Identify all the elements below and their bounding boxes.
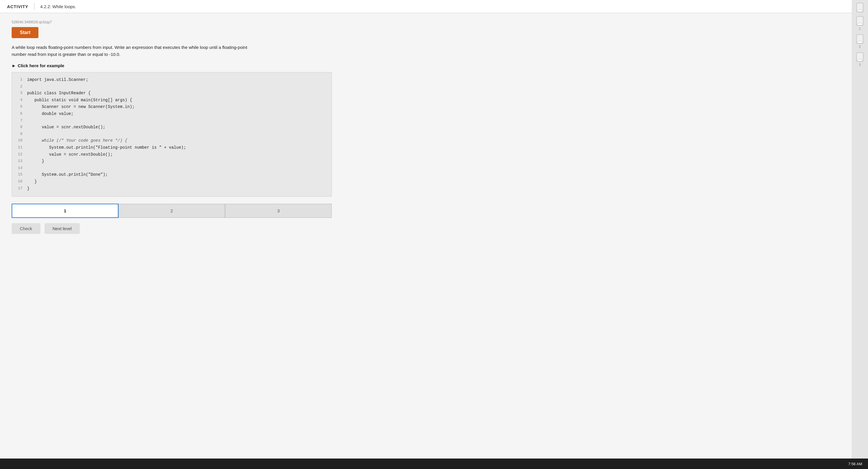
line-code: public static void main(String[] args) {: [27, 97, 132, 104]
line-number: 3: [18, 90, 27, 97]
tabs-row: 123: [12, 204, 332, 218]
description-line2: number read from input is greater than o…: [12, 52, 121, 57]
line-code: }: [27, 185, 29, 192]
code-line: 12 value = scnr.nextDouble();: [18, 151, 326, 158]
line-code: }: [27, 158, 44, 165]
example-toggle[interactable]: ► Click here for example: [12, 63, 840, 68]
code-line: 11 System.out.println("Floating-point nu…: [18, 144, 326, 151]
code-line: 4 public static void main(String[] args)…: [18, 97, 326, 104]
line-number: 14: [18, 165, 27, 171]
code-line: 9: [18, 131, 326, 137]
bookmark-icon-1: [856, 16, 863, 26]
bookmark-icon-2: [856, 34, 863, 44]
line-number: 11: [18, 144, 27, 151]
code-line: 17}: [18, 185, 326, 192]
line-number: 9: [18, 131, 27, 137]
toggle-arrow: ►: [12, 63, 16, 68]
code-line: 6 double value;: [18, 110, 326, 118]
line-number: 8: [18, 124, 27, 131]
activity-id: 528040.3489528.qx3zqy7: [12, 20, 840, 24]
check-button[interactable]: Check: [12, 223, 40, 234]
start-button[interactable]: Start: [12, 27, 38, 38]
line-code: double value;: [27, 110, 74, 118]
bookmark-label-3: 3: [859, 63, 861, 66]
line-number: 2: [18, 83, 27, 90]
code-line: 14: [18, 165, 326, 171]
line-code: }: [27, 178, 37, 185]
line-code: value = scnr.nextDouble();: [27, 124, 105, 131]
bookmark-icon: [856, 3, 863, 12]
bookmark-label-1: 1: [859, 27, 861, 30]
next-level-button[interactable]: Next level: [44, 223, 80, 234]
toggle-label: Click here for example: [18, 63, 64, 68]
line-number: 15: [18, 171, 27, 178]
line-code: import java.util.Scanner;: [27, 76, 88, 83]
bookmark-icon-3: [856, 53, 863, 62]
bookmark-2[interactable]: 2: [856, 34, 863, 48]
activity-label: ACTIVITY: [7, 4, 28, 9]
code-line: 3public class InputReader {: [18, 90, 326, 97]
line-number: 7: [18, 118, 27, 124]
bookmark-top[interactable]: [856, 3, 863, 12]
action-row: Check Next level: [12, 223, 840, 234]
tab-item-3[interactable]: 3: [225, 204, 332, 218]
tab-item-2[interactable]: 2: [119, 204, 225, 218]
header-bar: ACTIVITY 4.2.2: While loops.: [0, 0, 852, 13]
code-line: 5 Scanner scnr = new Scanner(System.in);: [18, 104, 326, 110]
code-block: 1import java.util.Scanner;23public class…: [12, 72, 332, 197]
code-line: 2: [18, 83, 326, 90]
content-panel: 528040.3489528.qx3zqy7 Start A while loo…: [0, 13, 852, 469]
line-number: 6: [18, 110, 27, 118]
right-sidebar: 1 2 3: [852, 0, 868, 469]
line-code: System.out.println("Done");: [27, 171, 108, 178]
tab-item-1[interactable]: 1: [12, 204, 119, 218]
taskbar-time: 7:56 AM: [848, 462, 862, 466]
code-line: 13 }: [18, 158, 326, 165]
description-line1: A while loop reads floating-point number…: [12, 45, 247, 50]
line-number: 16: [18, 178, 27, 185]
line-number: 5: [18, 104, 27, 110]
line-code: Scanner scnr = new Scanner(System.in);: [27, 104, 135, 110]
description: A while loop reads floating-point number…: [12, 44, 332, 58]
bookmark-3[interactable]: 3: [856, 53, 863, 66]
line-number: 13: [18, 158, 27, 165]
code-line: 15 System.out.println("Done");: [18, 171, 326, 178]
code-line: 1import java.util.Scanner;: [18, 76, 326, 83]
line-code: System.out.println("Floating-point numbe…: [27, 144, 186, 151]
line-code: value = scnr.nextDouble();: [27, 151, 113, 158]
line-number: 10: [18, 137, 27, 144]
bookmark-label-2: 2: [859, 45, 861, 48]
code-line: 10 while (/* Your code goes here */) {: [18, 137, 326, 144]
header-divider: [34, 3, 34, 10]
line-code: while (/* Your code goes here */) {: [27, 137, 127, 144]
bookmark-1[interactable]: 1: [856, 16, 863, 30]
line-number: 1: [18, 76, 27, 83]
line-number: 12: [18, 151, 27, 158]
code-line: 16 }: [18, 178, 326, 185]
taskbar: 7:56 AM: [0, 459, 868, 469]
code-line: 7: [18, 118, 326, 124]
line-number: 17: [18, 185, 27, 192]
header-title: 4.2.2: While loops.: [40, 4, 76, 9]
code-line: 8 value = scnr.nextDouble();: [18, 124, 326, 131]
line-number: 4: [18, 97, 27, 104]
line-code: public class InputReader {: [27, 90, 91, 97]
